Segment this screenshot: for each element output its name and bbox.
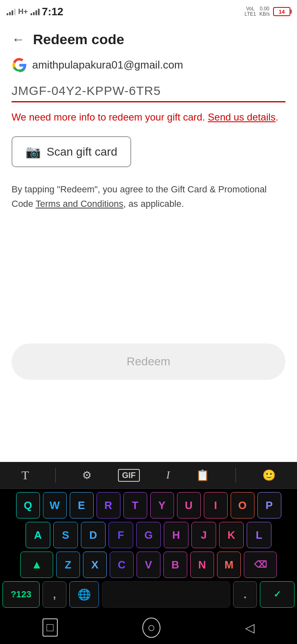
space-key[interactable] [102,581,230,608]
nav-back-icon[interactable]: ◁ [245,620,255,635]
kb-divider-1 [55,468,56,483]
keyboard-row-2: A S D F G H J K L [2,522,295,548]
signal-bars-1 [7,8,16,15]
kb-emoji-icon[interactable]: 🙂 [262,469,276,482]
scan-button-label: Scan gift card [47,145,117,159]
key-m[interactable]: M [217,552,241,578]
status-time: 7:12 [42,5,64,18]
kb-cursor-icon[interactable]: I [166,469,170,481]
code-input-wrap [12,84,285,102]
key-v[interactable]: V [137,552,160,578]
key-h[interactable]: H [164,522,189,548]
key-c[interactable]: C [110,552,134,578]
key-w[interactable]: W [43,492,67,519]
network-type: H+ [18,7,28,16]
scan-gift-card-button[interactable]: 📷 Scan gift card [12,136,131,167]
key-x[interactable]: X [83,552,107,578]
kb-clipboard-icon[interactable]: 📋 [196,469,209,482]
battery-indicator: 14 [273,7,290,16]
account-row: amithpulapakura01@gmail.com [12,57,285,72]
page-title: Redeem code [33,31,124,47]
key-y[interactable]: Y [150,492,174,519]
keyboard-row-1: Q W E R T Y U I O P [2,492,295,519]
key-z[interactable]: Z [56,552,80,578]
period-key[interactable]: . [233,581,257,608]
header: ← Redeem code [12,23,285,57]
kb-gif-button[interactable]: GIF [118,469,140,482]
key-t[interactable]: T [123,492,147,519]
account-email: amithpulapakura01@gmail.com [32,59,183,71]
keyboard-row-4: ?123 , 🌐 . ✓ [2,581,295,608]
key-a[interactable]: A [26,522,50,548]
keyboard-toolbar: T ⚙ GIF I 📋 🙂 [0,462,297,489]
camera-icon: 📷 [26,144,41,159]
kb-speed: 0.00 KB/s [259,6,270,17]
globe-key[interactable]: 🌐 [69,581,99,608]
key-e[interactable]: E [70,492,94,519]
key-s[interactable]: S [53,522,78,548]
key-p[interactable]: P [257,492,281,519]
key-q[interactable]: Q [16,492,40,519]
status-bar: H+ 7:12 VoL LTE1 0.00 KB/s 14 [0,0,297,23]
error-message: We need more info to redeem your gift ca… [12,110,285,125]
key-f[interactable]: F [108,522,133,548]
shift-key[interactable]: ▲ [20,552,53,578]
signal-bars-2 [31,8,40,15]
key-b[interactable]: B [163,552,187,578]
key-j[interactable]: J [191,522,216,548]
redeem-button[interactable]: Redeem [12,343,285,380]
keyboard-rows: Q W E R T Y U I O P A S D F G H J K L ▲ … [0,489,297,611]
comma-key[interactable]: , [42,581,66,608]
key-g[interactable]: G [136,522,161,548]
redeem-button-wrap: Redeem [12,343,285,380]
status-left: H+ 7:12 [7,5,64,18]
status-right: VoL LTE1 0.00 KB/s 14 [245,6,290,17]
keyboard-row-3: ▲ Z X C V B N M ⌫ [2,552,295,578]
kb-text-icon[interactable]: T [21,468,29,482]
key-i[interactable]: I [204,492,228,519]
send-details-link[interactable]: Send us details [208,111,276,123]
kb-settings-icon[interactable]: ⚙ [82,469,92,482]
numbers-key[interactable]: ?123 [2,581,40,608]
app-content: ← Redeem code amithpulapakura01@gmail.co… [0,23,297,211]
enter-key[interactable]: ✓ [260,581,295,608]
kb-divider-2 [236,468,236,483]
keyboard: T ⚙ GIF I 📋 🙂 Q W E R T Y U I O P A S D … [0,462,297,611]
nav-home-icon[interactable]: ○ [142,618,160,638]
google-logo-icon [12,57,26,72]
delete-key[interactable]: ⌫ [244,552,277,578]
nav-recents-icon[interactable]: □ [42,618,58,637]
code-input[interactable] [12,84,285,102]
key-l[interactable]: L [247,522,271,548]
nav-bar: □ ○ ◁ [0,611,297,644]
key-r[interactable]: R [97,492,120,519]
key-o[interactable]: O [231,492,255,519]
key-d[interactable]: D [81,522,106,548]
key-k[interactable]: K [219,522,244,548]
terms-text: By tapping "Redeem", you agree to the Gi… [12,182,285,211]
terms-link[interactable]: Terms and Conditions [35,199,123,209]
key-n[interactable]: N [190,552,214,578]
back-button[interactable]: ← [12,32,25,47]
key-u[interactable]: U [177,492,201,519]
vol-lte-indicator: VoL LTE1 [245,6,256,17]
